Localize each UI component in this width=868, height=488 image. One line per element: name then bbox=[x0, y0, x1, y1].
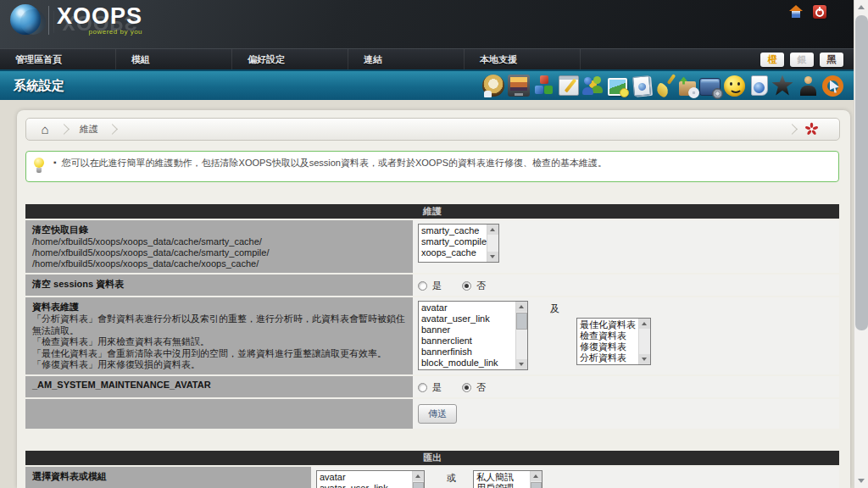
listbox-option[interactable]: avatar_user_link bbox=[421, 313, 514, 324]
description-line: 「檢查資料表」用來檢查資料表有無錯誤。 bbox=[32, 336, 406, 348]
listbox-option[interactable]: smarty_compile bbox=[421, 236, 485, 247]
listbox-option[interactable]: smarty_cache bbox=[421, 225, 485, 236]
listbox-option[interactable]: xoops_cache bbox=[421, 247, 485, 258]
home-icon: ⌂ bbox=[41, 123, 48, 136]
listbox-option[interactable]: 私人簡訊 bbox=[476, 472, 528, 483]
tables-listbox[interactable]: avataravatar_user_linkbannerbannerclient… bbox=[418, 301, 528, 370]
listbox-option[interactable]: avatar bbox=[320, 472, 410, 483]
listbox-option[interactable]: avatar bbox=[421, 302, 514, 313]
listbox-option[interactable]: 最佳化資料表 bbox=[580, 319, 637, 330]
description-line: 「分析資料表」會對資料表進行分析以及索引的重整，進行分析時，此資料表會暫時被鎖住… bbox=[32, 313, 406, 336]
bullet: ▪ bbox=[53, 157, 57, 176]
sessions-row-label: 清空 sessions 資料表 bbox=[32, 279, 124, 289]
sessions-no-radio[interactable] bbox=[462, 281, 471, 291]
home-icon[interactable] bbox=[789, 5, 803, 18]
export-tables-listbox[interactable]: avataravatar_user_linkbannerbannerclient bbox=[316, 470, 425, 488]
person-suit-icon[interactable] bbox=[797, 75, 819, 97]
breadcrumb-current[interactable]: 維護 bbox=[68, 123, 112, 136]
listbox-option[interactable]: banner bbox=[421, 324, 514, 336]
theme-button[interactable]: 黑 bbox=[820, 53, 843, 67]
operations-listbox[interactable]: 最佳化資料表檢查資料表修復資料表分析資料表 bbox=[576, 318, 651, 365]
listbox-scrollbar[interactable] bbox=[638, 319, 650, 364]
power-icon[interactable] bbox=[813, 5, 826, 19]
listbox-option[interactable]: 修復資料表 bbox=[580, 341, 637, 352]
admin-page: XOOPS powered by you XOOPS 管理區首頁模組偏好設定連結… bbox=[0, 0, 854, 488]
listbox-option[interactable]: 檢查資料表 bbox=[580, 330, 637, 341]
lightbulb-icon bbox=[33, 158, 46, 176]
conjunction-and: 及 bbox=[550, 302, 559, 315]
scroll-down-icon[interactable] bbox=[639, 354, 650, 364]
table-row: 清空 sessions 資料表 是 否 bbox=[25, 274, 839, 296]
content-area: ⌂ 維護 bbox=[0, 100, 854, 488]
scroll-up-icon[interactable] bbox=[413, 471, 424, 481]
scroll-thumb[interactable] bbox=[531, 482, 542, 488]
logo-divider bbox=[48, 6, 49, 35]
table-row: 選擇資料表或模組 avataravatar_user_linkbannerban… bbox=[25, 467, 839, 488]
maintenance-table-header: 維護 bbox=[25, 204, 839, 219]
cache-dir-listbox[interactable]: smarty_cachesmarty_compilexoops_cache bbox=[418, 224, 499, 263]
nav-item[interactable]: 管理區首頁 bbox=[0, 49, 116, 69]
listbox-option[interactable]: bannerclient bbox=[421, 336, 514, 347]
avatar-yes-radio[interactable] bbox=[418, 383, 427, 392]
listbox-option[interactable]: cache_model bbox=[421, 369, 514, 370]
description-line: 「修復資料表」用來修復毀損的資料表。 bbox=[32, 359, 406, 371]
scroll-up-icon[interactable] bbox=[639, 319, 650, 329]
table-row: 資料表維護 「分析資料表」會對資料表進行分析以及索引的重整，進行分析時，此資料表… bbox=[25, 297, 839, 374]
notepad-pencil-icon[interactable] bbox=[559, 75, 579, 96]
listbox-scrollbar[interactable] bbox=[530, 471, 542, 488]
conjunction-or: 或 bbox=[447, 472, 456, 485]
monitor-icon[interactable] bbox=[508, 75, 530, 97]
broom-icon[interactable] bbox=[654, 75, 676, 97]
scroll-down-icon[interactable] bbox=[516, 359, 527, 369]
compass-figure-icon[interactable] bbox=[482, 75, 504, 97]
listbox-scrollbar[interactable] bbox=[487, 225, 498, 262]
nav-item[interactable]: 連結 bbox=[348, 49, 465, 69]
listbox-option[interactable]: 用戶管理 bbox=[476, 483, 528, 488]
papers-gem-icon[interactable] bbox=[632, 75, 651, 97]
cache-path: /home/xfbuild5/xoops/xoops_data/cache/xo… bbox=[32, 258, 406, 269]
smiley-icon[interactable] bbox=[724, 75, 745, 97]
listbox-scrollbar[interactable] bbox=[412, 471, 424, 488]
avatar-no-radio[interactable] bbox=[462, 383, 471, 392]
scroll-up-icon[interactable] bbox=[531, 471, 542, 481]
listbox-option[interactable]: block_module_link bbox=[421, 358, 514, 369]
photos-icon[interactable] bbox=[608, 78, 627, 96]
listbox-scrollbar[interactable] bbox=[515, 302, 527, 369]
sessions-yes-radio[interactable] bbox=[418, 281, 427, 291]
window-gear-icon[interactable] bbox=[699, 78, 721, 96]
scroll-up-icon[interactable] bbox=[487, 225, 498, 235]
listbox-option[interactable]: 分析資料表 bbox=[580, 352, 637, 363]
page-scrollbar[interactable] bbox=[854, 0, 868, 488]
nav-item[interactable]: 模組 bbox=[116, 49, 232, 69]
black-star-icon[interactable] bbox=[771, 75, 793, 97]
listbox-option[interactable]: avatar_user_link bbox=[320, 483, 410, 488]
theme-button[interactable]: 橙 bbox=[760, 53, 784, 67]
nav-item[interactable]: 本地支援 bbox=[465, 49, 581, 69]
no-label: 否 bbox=[476, 280, 486, 292]
page-globe-icon[interactable] bbox=[751, 75, 768, 96]
submit-button[interactable]: 傳送 bbox=[418, 404, 457, 424]
people-group-icon[interactable] bbox=[582, 75, 604, 97]
pinwheel-icon[interactable] bbox=[804, 122, 819, 136]
cache-paths: /home/xfbuild5/xoops/xoops_data/cache/sm… bbox=[32, 236, 406, 269]
export-table-header: 匯出 bbox=[25, 451, 839, 465]
color-cubes-icon[interactable] bbox=[533, 75, 555, 97]
chevron-right-icon bbox=[787, 124, 798, 135]
brand-tagline: powered by you bbox=[57, 28, 142, 36]
listbox-option[interactable]: bannerfinish bbox=[421, 347, 514, 358]
help-ring-icon[interactable] bbox=[822, 75, 843, 97]
scroll-thumb[interactable] bbox=[516, 313, 527, 330]
info-message-box: ▪ 您可以在此進行簡單的維護動作，包括清除XOOPS快取以及session資料表… bbox=[25, 151, 839, 182]
scroll-up-icon[interactable] bbox=[516, 302, 527, 312]
export-table: 匯出 選擇資料表或模組 avataravatar_user_linkbanner… bbox=[25, 451, 839, 488]
scroll-thumb[interactable] bbox=[855, 15, 868, 330]
scroll-up-icon[interactable] bbox=[854, 0, 868, 14]
scroll-thumb[interactable] bbox=[413, 482, 424, 488]
package-disc-icon[interactable] bbox=[679, 81, 696, 96]
scroll-down-icon[interactable] bbox=[487, 252, 498, 262]
export-modules-listbox[interactable]: 私人簡訊用戶管理站長工具箱本站消息 bbox=[473, 470, 542, 488]
main-nav: 管理區首頁模組偏好設定連結本地支援 橙銀黑 bbox=[0, 48, 854, 69]
theme-button[interactable]: 銀 bbox=[790, 53, 814, 67]
nav-item[interactable]: 偏好設定 bbox=[232, 49, 348, 69]
scroll-down-icon[interactable] bbox=[854, 474, 868, 488]
